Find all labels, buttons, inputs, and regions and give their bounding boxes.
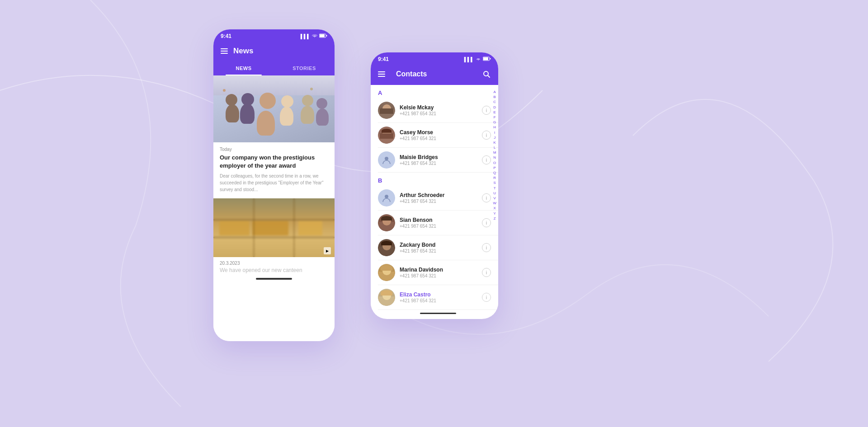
alpha-t[interactable]: T xyxy=(493,186,496,191)
alpha-g[interactable]: G xyxy=(493,120,496,125)
section-letter-a: A xyxy=(378,85,498,98)
alpha-i[interactable]: I xyxy=(493,130,496,135)
contact-info-eliza: Eliza Castro +421 987 654 321 xyxy=(400,291,482,303)
article-2-title: We have opened our new canteen xyxy=(220,267,328,273)
contact-name-eliza: Eliza Castro xyxy=(400,291,482,298)
alpha-r[interactable]: R xyxy=(493,175,496,180)
contacts-phone: 9:41 ▌▌▌ Contacts xyxy=(371,52,498,319)
tab-news[interactable]: NEWS xyxy=(213,61,274,75)
contact-phone-eliza: +421 987 654 321 xyxy=(400,298,482,303)
contact-info-kelsie: Kelsie Mckay +421 987 654 321 xyxy=(400,104,482,116)
contact-info-btn-marina[interactable]: i xyxy=(482,268,491,277)
contact-info-btn-zackary[interactable]: i xyxy=(482,243,491,252)
alpha-v[interactable]: V xyxy=(493,196,496,201)
contact-name-sian: Sian Benson xyxy=(400,217,482,223)
contact-avatar-eliza xyxy=(378,289,395,306)
signal-icon: ▌▌▌ xyxy=(301,34,310,39)
news-header: News xyxy=(213,43,335,61)
alpha-x[interactable]: X xyxy=(493,206,496,211)
contact-row-casey[interactable]: Casey Morse +421 987 654 321 i xyxy=(378,123,498,148)
alpha-o[interactable]: O xyxy=(493,160,496,165)
contact-phone-maisie: +421 987 654 321 xyxy=(400,161,482,166)
contact-row-arthur[interactable]: Arthur Schroeder +421 987 654 321 i xyxy=(378,186,498,211)
contacts-header-title: Contacts xyxy=(396,70,482,78)
contact-row-zackary[interactable]: Zackary Bond +421 987 654 321 i xyxy=(378,235,498,260)
alpha-z[interactable]: Z xyxy=(493,216,496,221)
article-1-date: Today xyxy=(220,147,328,152)
alpha-d[interactable]: D xyxy=(493,105,496,110)
alpha-f[interactable]: F xyxy=(493,115,496,120)
news-tabs-bar: NEWS STORIES xyxy=(213,61,335,75)
alpha-b[interactable]: B xyxy=(493,94,496,99)
contact-row-kelsie[interactable]: Kelsie Mckay +421 987 654 321 i xyxy=(378,98,498,123)
contact-row-eliza[interactable]: Eliza Castro +421 987 654 321 i xyxy=(378,285,498,310)
alpha-y[interactable]: Y xyxy=(493,211,496,216)
contact-info-maisie: Maisie Bridges +421 987 654 321 xyxy=(400,154,482,166)
contacts-search-button[interactable] xyxy=(482,70,491,79)
contact-info-btn-arthur[interactable]: i xyxy=(482,193,491,202)
warehouse-illustration: ▶ xyxy=(213,198,335,257)
contact-info-btn-kelsie[interactable]: i xyxy=(482,106,491,115)
alpha-q[interactable]: Q xyxy=(493,170,496,175)
news-time: 9:41 xyxy=(221,33,231,39)
contact-name-zackary: Zackary Bond xyxy=(400,242,482,248)
contact-avatar-casey xyxy=(378,127,395,144)
alpha-k[interactable]: K xyxy=(493,140,496,145)
svg-rect-5 xyxy=(490,58,491,60)
alpha-w[interactable]: W xyxy=(493,201,496,206)
alpha-n[interactable]: N xyxy=(493,155,496,160)
contact-name-marina: Marina Davidson xyxy=(400,267,482,273)
contact-phone-kelsie: +421 987 654 321 xyxy=(400,111,482,116)
article-1-image xyxy=(213,75,335,142)
contact-info-btn-casey[interactable]: i xyxy=(482,131,491,140)
contact-name-kelsie: Kelsie Mckay xyxy=(400,104,482,111)
contacts-header: Contacts xyxy=(371,66,498,85)
contact-info-btn-eliza[interactable]: i xyxy=(482,293,491,302)
contact-name-maisie: Maisie Bridges xyxy=(400,154,482,160)
contacts-status-bar: 9:41 ▌▌▌ xyxy=(371,52,498,66)
contacts-battery-icon xyxy=(483,56,491,62)
contacts-status-icons: ▌▌▌ xyxy=(464,56,491,62)
contact-row-marina[interactable]: Marina Davidson +421 987 654 321 i xyxy=(378,260,498,285)
contact-row-maisie[interactable]: Maisie Bridges +421 987 654 321 i xyxy=(378,148,498,173)
alpha-m[interactable]: M xyxy=(493,150,496,155)
contacts-time: 9:41 xyxy=(378,56,389,62)
news-phone: 9:41 ▌▌▌ News xyxy=(213,29,335,341)
contact-phone-marina: +421 987 654 321 xyxy=(400,273,482,278)
contact-info-zackary: Zackary Bond +421 987 654 321 xyxy=(400,242,482,253)
alpha-a[interactable]: A xyxy=(493,89,496,94)
contact-avatar-marina xyxy=(378,264,395,281)
contact-avatar-zackary xyxy=(378,239,395,256)
wifi-icon xyxy=(312,33,317,39)
alphabet-index[interactable]: A B C D E F G H I J K L M N O P Q R S T … xyxy=(493,89,496,221)
svg-rect-1 xyxy=(320,34,325,37)
contact-info-btn-maisie[interactable]: i xyxy=(482,155,491,164)
contact-row-sian[interactable]: Sian Benson +421 987 654 321 i xyxy=(378,211,498,235)
contact-avatar-kelsie xyxy=(378,102,395,119)
section-letter-b: B xyxy=(378,173,498,186)
alpha-p[interactable]: P xyxy=(493,165,496,170)
contact-avatar-sian xyxy=(378,214,395,231)
article-2-image: ▶ xyxy=(213,198,335,257)
svg-line-7 xyxy=(488,75,490,77)
contact-phone-zackary: +421 987 654 321 xyxy=(400,249,482,253)
contact-name-arthur: Arthur Schroeder xyxy=(400,192,482,198)
battery-icon xyxy=(319,33,327,39)
contact-info-btn-sian[interactable]: i xyxy=(482,218,491,227)
alpha-u[interactable]: U xyxy=(493,191,496,196)
hamburger-icon[interactable] xyxy=(221,48,228,54)
contact-info-sian: Sian Benson +421 987 654 321 xyxy=(400,217,482,229)
article-2-date: 20.3.2023 xyxy=(220,261,328,266)
alpha-l[interactable]: L xyxy=(493,145,496,150)
tab-stories[interactable]: STORIES xyxy=(274,61,335,75)
alpha-e[interactable]: E xyxy=(493,110,496,115)
alpha-c[interactable]: C xyxy=(493,99,496,104)
contacts-wifi-icon xyxy=(476,56,481,62)
article-2-meta: 20.3.2023 We have opened our new canteen xyxy=(213,257,335,273)
news-status-icons: ▌▌▌ xyxy=(301,33,327,39)
contacts-hamburger-icon[interactable] xyxy=(378,71,385,77)
contacts-signal-icon: ▌▌▌ xyxy=(464,57,474,62)
alpha-h[interactable]: H xyxy=(493,125,496,130)
alpha-s[interactable]: S xyxy=(493,180,496,185)
alpha-j[interactable]: J xyxy=(493,135,496,140)
